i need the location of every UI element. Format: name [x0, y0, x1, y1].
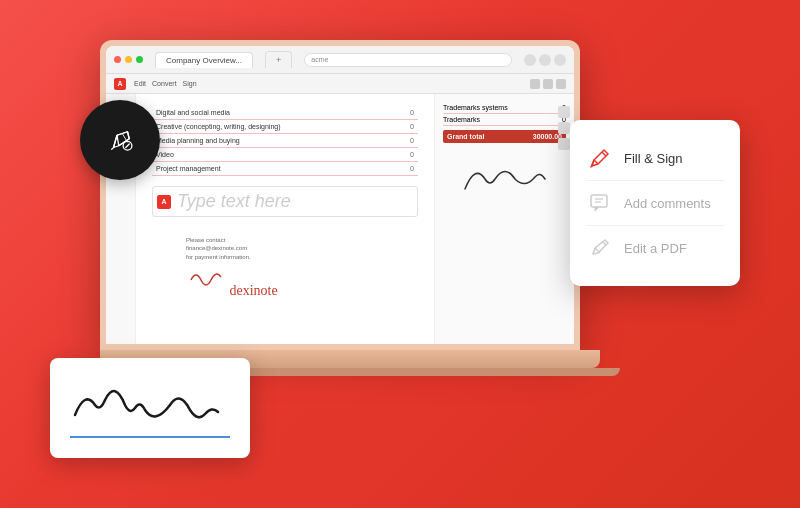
doc-content: Digital and social media 0 Creative (con…	[106, 94, 574, 344]
signature-content	[50, 358, 250, 458]
popup-card: Fill & Sign Add comments	[570, 120, 740, 286]
type-placeholder: Type text here	[177, 191, 291, 212]
browser-chrome: Company Overview... + acme	[106, 46, 574, 74]
fill-sign-label: Fill & Sign	[624, 151, 683, 166]
signature-card	[50, 358, 250, 458]
browser-action-2[interactable]	[539, 54, 551, 66]
add-comments-label: Add comments	[624, 196, 711, 211]
browser-tab[interactable]: Company Overview...	[155, 52, 253, 68]
toolbar-icon-1[interactable]	[530, 79, 540, 89]
side-icon-1[interactable]	[558, 106, 570, 118]
grand-total-row: Grand total 30000.00	[443, 130, 566, 143]
table-row: Media planning and buying 0	[152, 134, 418, 148]
edit-pdf-label: Edit a PDF	[624, 241, 687, 256]
adobe-icon-small: A	[157, 195, 171, 209]
adobe-logo: A	[114, 78, 126, 90]
type-text-area[interactable]: A Type text here	[152, 186, 418, 217]
adobe-toolbar: A Edit Convert Sign	[106, 74, 574, 94]
laptop-screen-outer: Company Overview... + acme A	[100, 40, 580, 350]
doc-signature-area	[443, 159, 566, 200]
table-cell-value: 0	[398, 162, 418, 176]
doc-table: Digital and social media 0 Creative (con…	[152, 106, 418, 176]
toolbar-menu-item-convert[interactable]: Convert	[152, 80, 177, 87]
table-row: Video 0	[152, 148, 418, 162]
fill-sign-icon	[586, 144, 614, 172]
svg-rect-1	[591, 195, 607, 207]
brand-logo-script: dexinote	[186, 265, 278, 299]
side-icon-3[interactable]	[558, 138, 570, 150]
browser-actions	[524, 54, 566, 66]
popup-item-edit-pdf[interactable]: Edit a PDF	[586, 226, 724, 270]
table-cell-value: 0	[398, 134, 418, 148]
toolbar-menu-item-edit[interactable]: Edit	[134, 80, 146, 87]
panel-row-trademarks: Trademarks 0	[443, 114, 566, 126]
browser-action-3[interactable]	[554, 54, 566, 66]
fill-sign-circle-button[interactable]	[80, 100, 160, 180]
table-cell-label: Media planning and buying	[152, 134, 398, 148]
table-row: Creative (concepting, writing, designing…	[152, 120, 418, 134]
browser-tab-plus[interactable]: +	[265, 51, 292, 68]
toolbar-menu: Edit Convert Sign	[134, 80, 197, 87]
toolbar-menu-item-sign[interactable]: Sign	[183, 80, 197, 87]
laptop: Company Overview... + acme A	[100, 40, 600, 380]
panel-row-trademarks-systems: Trademarks systems 0	[443, 102, 566, 114]
signature-svg	[60, 370, 240, 440]
table-cell-value: 0	[398, 148, 418, 162]
comment-svg-icon	[588, 191, 612, 215]
main-scene: Company Overview... + acme A	[0, 0, 800, 508]
browser-action-1[interactable]	[524, 54, 536, 66]
table-cell-value: 0	[398, 120, 418, 134]
table-row: Project management 0	[152, 162, 418, 176]
table-cell-label: Digital and social media	[152, 106, 398, 120]
toolbar-icon-3[interactable]	[556, 79, 566, 89]
table-row: Digital and social media 0	[152, 106, 418, 120]
doc-signature-svg	[455, 159, 555, 199]
doc-main: Digital and social media 0 Creative (con…	[136, 94, 434, 344]
contact-text: Please contactfinance@dexinote.comfor pa…	[186, 236, 278, 261]
add-comments-icon	[586, 189, 614, 217]
side-icons	[558, 106, 570, 150]
table-cell-label: Video	[152, 148, 398, 162]
toolbar-icon-2[interactable]	[543, 79, 553, 89]
laptop-screen-inner: Company Overview... + acme A	[106, 46, 574, 344]
toolbar-search	[530, 79, 566, 89]
contact-area: Please contactfinance@dexinote.comfor pa…	[186, 236, 278, 299]
browser-dot-green	[136, 56, 143, 63]
signature-text	[60, 370, 240, 447]
popup-item-add-comments[interactable]: Add comments	[586, 181, 724, 226]
table-cell-label: Project management	[152, 162, 398, 176]
table-cell-label: Creative (concepting, writing, designing…	[152, 120, 398, 134]
fill-sign-svg-icon	[588, 146, 612, 170]
side-icon-2[interactable]	[558, 122, 570, 134]
table-cell-value: 0	[398, 106, 418, 120]
doc-right-panel: Trademarks systems 0 Trademarks 0 Grand …	[434, 94, 574, 344]
browser-url-bar[interactable]: acme	[304, 53, 512, 67]
edit-pdf-icon	[586, 234, 614, 262]
pen-circle-icon	[103, 123, 138, 158]
browser-dot-yellow	[125, 56, 132, 63]
popup-item-fill-sign[interactable]: Fill & Sign	[586, 136, 724, 181]
brand-signature-svg	[186, 265, 226, 295]
browser-dot-red	[114, 56, 121, 63]
edit-svg-icon	[588, 236, 612, 260]
